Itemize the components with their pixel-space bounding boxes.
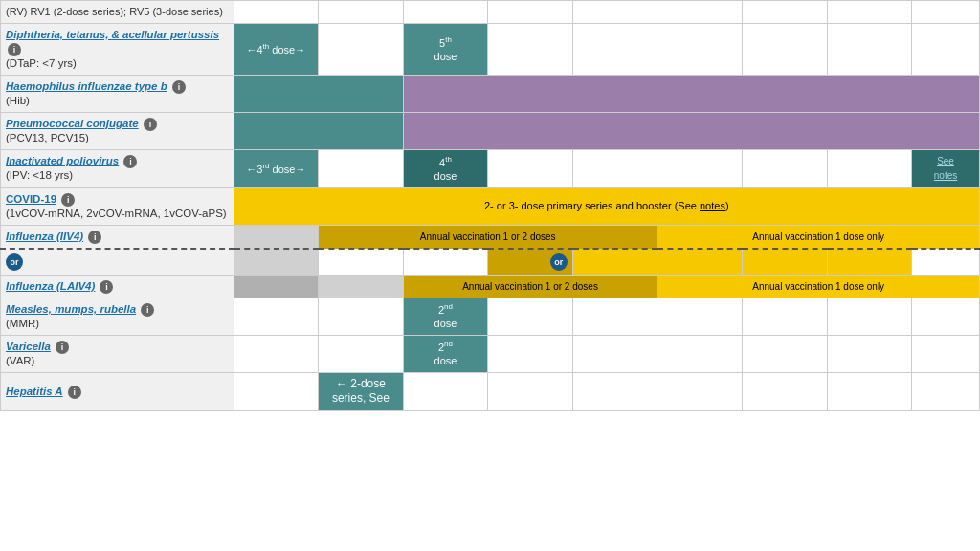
iiv4-info-icon[interactable]: i (88, 231, 101, 244)
table-row: (RV) RV1 (2-dose series); RV5 (3-dose se… (1, 1, 980, 24)
table-row: Hepatitis A i ← 2-dose series, See (1, 372, 980, 410)
or-label: or (1, 249, 234, 276)
table-row: Measles, mumps, rubella i (MMR) 2nddose (1, 298, 980, 335)
dtap-vaccine-name: Diphtheria, tetanus, & acellular pertuss… (1, 23, 234, 75)
table-row: Pneumococcal conjugate i (PCV13, PCV15) (1, 112, 980, 149)
mmr-dose-2: 2nddose (403, 298, 488, 335)
pcv-info-icon[interactable]: i (144, 118, 157, 131)
pcv-link[interactable]: Pneumococcal conjugate (6, 118, 139, 129)
laiv4-annual-1: Annual vaccination 1 dose only (657, 275, 980, 298)
ipv-see-notes: Seenotes (912, 149, 980, 187)
ipv-vaccine-name: Inactivated poliovirus i (IPV: <18 yrs) (1, 149, 234, 187)
laiv4-info-icon[interactable]: i (100, 280, 113, 294)
hib-vaccine-name: Haemophilus influenzae type b i (Hib) (1, 75, 234, 112)
varicella-vaccine-name: Varicella i (VAR) (1, 335, 234, 372)
ipv-info-icon[interactable]: i (123, 155, 137, 168)
varicella-link[interactable]: Varicella (6, 341, 51, 352)
iiv4-annual-1-2: Annual vaccination 1 or 2 doses (319, 225, 657, 249)
covid-link[interactable]: COVID-19 (6, 193, 56, 205)
iiv4-link[interactable]: Influenza (IIV4) (6, 231, 83, 242)
laiv4-vaccine-name: Influenza (LAIV4) i (1, 275, 234, 298)
ipv-dose-3: ←3rd dose→ (234, 149, 319, 187)
vaccination-schedule-table: (RV) RV1 (2-dose series); RV5 (3-dose se… (0, 0, 980, 411)
hib-link[interactable]: Haemophilus influenzae type b (6, 80, 167, 92)
table-row: Diphtheria, tetanus, & acellular pertuss… (1, 23, 980, 75)
dtap-info-icon[interactable]: i (8, 43, 21, 56)
mmr-info-icon[interactable]: i (141, 303, 154, 317)
pcv-vaccine-name: Pneumococcal conjugate i (PCV13, PCV15) (1, 112, 234, 149)
hepa-info-icon[interactable]: i (68, 386, 81, 399)
hepa-link[interactable]: Hepatitis A (6, 386, 63, 397)
ipv-link[interactable]: Inactivated poliovirus (6, 155, 119, 166)
table-row: Inactivated poliovirus i (IPV: <18 yrs) … (1, 149, 980, 187)
hepa-vaccine-name: Hepatitis A i (1, 372, 234, 410)
laiv4-annual-1-2: Annual vaccination 1 or 2 doses (403, 275, 657, 298)
mmr-vaccine-name: Measles, mumps, rubella i (MMR) (1, 298, 234, 335)
table-row: Influenza (IIV4) i Annual vaccination 1 … (1, 225, 980, 249)
varicella-info-icon[interactable]: i (56, 341, 69, 354)
ipv-dose-4: 4thdose (403, 149, 488, 187)
iiv4-annual-1: Annual vaccination 1 dose only (657, 225, 980, 249)
mmr-link[interactable]: Measles, mumps, rubella (6, 303, 136, 315)
or-badge: or (6, 253, 23, 271)
covid-info-icon[interactable]: i (61, 193, 75, 207)
dtap-dose-4: ←4th dose→ (234, 23, 319, 75)
covid-notes-link[interactable]: notes (700, 200, 725, 211)
table-row: Varicella i (VAR) 2nddose (1, 335, 980, 372)
or-badge-2: or (550, 253, 568, 271)
or-separator-row: or or (1, 249, 980, 276)
table-row: Haemophilus influenzae type b i (Hib) (1, 75, 980, 112)
table-row: Influenza (LAIV4) i Annual vaccination 1… (1, 275, 980, 298)
laiv4-link[interactable]: Influenza (LAIV4) (6, 280, 95, 292)
table-row: COVID-19 i (1vCOV-mRNA, 2vCOV-mRNA, 1vCO… (1, 187, 980, 225)
hepa-dose-series: ← 2-dose series, See (319, 372, 404, 410)
iiv4-vaccine-name: Influenza (IIV4) i (1, 225, 234, 249)
rv-vaccine-name: (RV) RV1 (2-dose series); RV5 (3-dose se… (1, 1, 234, 24)
hib-info-icon[interactable]: i (172, 80, 186, 94)
dtap-link[interactable]: Diphtheria, tetanus, & acellular pertuss… (6, 29, 219, 40)
dtap-dose-5: 5thdose (403, 23, 488, 75)
varicella-dose-2: 2nddose (403, 335, 488, 372)
covid-dose-info: 2- or 3- dose primary series and booster… (234, 187, 979, 225)
covid-vaccine-name: COVID-19 i (1vCOV-mRNA, 2vCOV-mRNA, 1vCO… (1, 187, 234, 225)
